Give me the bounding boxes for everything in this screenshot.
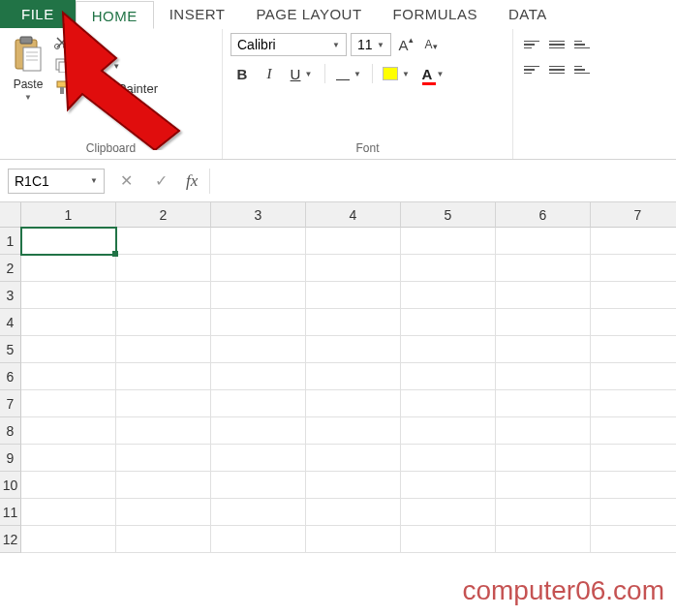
cell[interactable]	[116, 228, 211, 255]
cell[interactable]	[21, 499, 116, 526]
cell[interactable]	[116, 472, 211, 499]
cell[interactable]	[591, 499, 676, 526]
align-left-button[interactable]	[521, 60, 542, 79]
row-header[interactable]: 7	[0, 390, 21, 417]
cell[interactable]	[496, 309, 591, 336]
align-right-button[interactable]	[571, 60, 593, 79]
underline-button[interactable]: U ▼	[285, 62, 318, 85]
cell[interactable]	[21, 417, 116, 445]
cell[interactable]	[211, 499, 306, 526]
cell[interactable]	[306, 445, 401, 472]
cell[interactable]	[306, 390, 401, 417]
cell[interactable]	[21, 472, 116, 499]
cell[interactable]	[21, 445, 116, 472]
cells-area[interactable]	[21, 228, 676, 553]
cell[interactable]	[211, 228, 306, 255]
cell[interactable]	[591, 309, 676, 336]
cell[interactable]	[591, 363, 676, 390]
column-header[interactable]: 5	[401, 202, 496, 228]
italic-button[interactable]: I	[258, 62, 281, 85]
cell[interactable]	[21, 228, 116, 255]
tab-file[interactable]: FILE	[0, 0, 76, 28]
align-center-button[interactable]	[546, 60, 568, 79]
cell[interactable]	[116, 417, 211, 445]
tab-home[interactable]: HOME	[76, 1, 154, 29]
cell[interactable]	[401, 390, 496, 417]
cell[interactable]	[591, 472, 676, 499]
paste-dropdown-icon[interactable]: ▼	[24, 93, 32, 102]
select-all-corner[interactable]	[0, 202, 21, 228]
cell[interactable]	[306, 526, 401, 553]
row-header[interactable]: 11	[0, 499, 21, 526]
cell[interactable]	[306, 336, 401, 363]
cell[interactable]	[306, 417, 401, 445]
align-top-button[interactable]	[521, 35, 542, 54]
row-header[interactable]: 10	[0, 472, 21, 499]
increase-font-size-button[interactable]: A▴	[395, 34, 416, 55]
cell[interactable]	[401, 526, 496, 553]
cell[interactable]	[306, 472, 401, 499]
row-header[interactable]: 2	[0, 255, 21, 282]
format-painter-button[interactable]: Format Painter	[54, 79, 158, 98]
cell[interactable]	[116, 499, 211, 526]
row-header[interactable]: 1	[0, 228, 21, 255]
cell[interactable]	[401, 445, 496, 472]
row-header[interactable]: 8	[0, 417, 21, 445]
tab-page-layout[interactable]: PAGE LAYOUT	[240, 0, 377, 28]
cell[interactable]	[591, 228, 676, 255]
cell[interactable]	[116, 336, 211, 363]
cancel-formula-button[interactable]: ✕	[116, 171, 136, 191]
cell[interactable]	[21, 363, 116, 390]
column-header[interactable]: 6	[496, 202, 591, 228]
cell[interactable]	[211, 255, 306, 282]
formula-input[interactable]	[209, 169, 668, 194]
align-middle-button[interactable]	[546, 35, 568, 54]
cell[interactable]	[116, 445, 211, 472]
cell[interactable]	[591, 445, 676, 472]
cell[interactable]	[591, 282, 676, 309]
name-box[interactable]: R1C1 ▼	[8, 169, 105, 194]
cell[interactable]	[211, 445, 306, 472]
cell[interactable]	[591, 336, 676, 363]
cell[interactable]	[306, 309, 401, 336]
cell[interactable]	[211, 417, 306, 445]
cell[interactable]	[306, 499, 401, 526]
cut-button[interactable]: Cut	[54, 35, 158, 53]
cell[interactable]	[116, 363, 211, 390]
row-header[interactable]: 5	[0, 336, 21, 363]
cell[interactable]	[591, 526, 676, 553]
cell[interactable]	[306, 255, 401, 282]
cell[interactable]	[116, 255, 211, 282]
cell[interactable]	[211, 282, 306, 309]
cell[interactable]	[496, 282, 591, 309]
cell[interactable]	[21, 282, 116, 309]
cell[interactable]	[211, 390, 306, 417]
cell[interactable]	[401, 282, 496, 309]
cell[interactable]	[116, 309, 211, 336]
cell[interactable]	[401, 417, 496, 445]
cell[interactable]	[211, 309, 306, 336]
font-name-combo[interactable]: Calibri ▼	[230, 33, 347, 56]
column-header[interactable]: 2	[116, 202, 211, 228]
cell[interactable]	[211, 526, 306, 553]
cell[interactable]	[21, 309, 116, 336]
cell[interactable]	[496, 228, 591, 255]
cell[interactable]	[401, 255, 496, 282]
tab-insert[interactable]: INSERT	[154, 0, 241, 28]
cell[interactable]	[401, 472, 496, 499]
cell[interactable]	[116, 526, 211, 553]
decrease-font-size-button[interactable]: A▾	[420, 34, 442, 55]
cell[interactable]	[21, 526, 116, 553]
cell[interactable]	[306, 228, 401, 255]
copy-dropdown-icon[interactable]: ▼	[112, 62, 120, 71]
cell[interactable]	[21, 390, 116, 417]
cell[interactable]	[496, 526, 591, 553]
cell[interactable]	[591, 390, 676, 417]
paste-button[interactable]: Paste ▼	[8, 33, 48, 104]
fill-color-button[interactable]: ▼	[380, 62, 413, 85]
cell[interactable]	[306, 363, 401, 390]
align-bottom-button[interactable]	[571, 35, 593, 54]
column-header[interactable]: 1	[21, 202, 116, 228]
insert-function-button[interactable]: fx	[186, 171, 198, 191]
row-header[interactable]: 4	[0, 309, 21, 336]
